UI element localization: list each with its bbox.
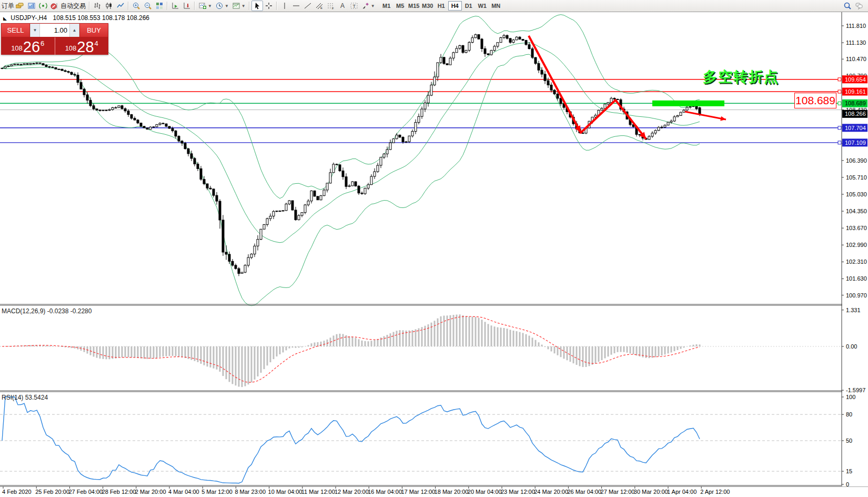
text-icon[interactable]: A: [337, 1, 348, 11]
svg-text:T: T: [352, 4, 356, 9]
timeframe-h4-button[interactable]: H4: [448, 1, 462, 11]
buy-price-big: 28: [77, 40, 94, 54]
templates-icon[interactable]: ▼: [230, 1, 247, 11]
search-icon[interactable]: [842, 1, 853, 11]
volume-input[interactable]: [40, 24, 69, 37]
zoom-out-icon[interactable]: [142, 1, 154, 11]
sell-button[interactable]: SELL: [1, 23, 30, 37]
trendline-icon[interactable]: [302, 1, 314, 11]
toolbar-separator: [194, 2, 195, 10]
timeframe-mn-button[interactable]: MN: [489, 1, 503, 11]
toolbar-tools: 自动交易▼▼▼EFAT▼: [14, 1, 377, 11]
svg-text:108.689: 108.689: [845, 100, 866, 106]
volume-increase-button[interactable]: ▲: [69, 24, 79, 37]
svg-text:2 Mar 20:00: 2 Mar 20:00: [135, 489, 166, 495]
text-label-icon[interactable]: T: [348, 1, 360, 11]
timeframe-h1-button[interactable]: H1: [435, 1, 448, 11]
toolbar-separator: [89, 2, 90, 10]
chat-icon[interactable]: [853, 1, 865, 11]
chart-shift-icon[interactable]: [181, 1, 193, 11]
svg-text:111.810: 111.810: [846, 23, 866, 29]
svg-text:4 Mar 04:00: 4 Mar 04:00: [168, 489, 199, 495]
sell-price-sup: 6: [41, 39, 44, 47]
cursor-icon[interactable]: [251, 1, 263, 11]
crosshair-icon[interactable]: [263, 1, 275, 11]
svg-text:101.630: 101.630: [846, 275, 867, 282]
fibonacci-icon[interactable]: F: [325, 1, 337, 11]
svg-text:8 Mar 23:00: 8 Mar 23:00: [235, 489, 266, 495]
timeframe-m1-button[interactable]: M1: [380, 1, 393, 11]
svg-text:27 Feb 04:00: 27 Feb 04:00: [68, 489, 103, 495]
new-order-icon[interactable]: [14, 1, 26, 11]
svg-text:108.266: 108.266: [845, 111, 866, 117]
symbol-name: USDJPY-,H4: [11, 14, 47, 22]
timeframe-m5-button[interactable]: M5: [393, 1, 407, 11]
svg-text:-1.5997: -1.5997: [846, 387, 865, 393]
svg-text:1 Apr 04:00: 1 Apr 04:00: [667, 489, 697, 495]
vertical-line-icon[interactable]: [279, 1, 290, 11]
sell-price[interactable]: 108 26 6: [1, 37, 55, 55]
volume-decrease-button[interactable]: ▼: [30, 24, 40, 37]
rsi-label: RSI(14) 53.5424: [2, 394, 48, 401]
trade-panel-prices: 108 26 6 108 28 4: [1, 37, 108, 55]
toolbar: 订单 自动交易▼▼▼EFAT▼ M1M5M15M30H1H4D1W1MN: [0, 0, 868, 12]
signals-icon[interactable]: [37, 1, 49, 11]
indicators-icon[interactable]: ▼: [197, 1, 214, 11]
sell-price-prefix: 108: [11, 44, 23, 52]
tile-windows-icon[interactable]: [154, 1, 165, 11]
toolbar-separator: [249, 2, 250, 10]
svg-text:18 Mar 20:00: 18 Mar 20:00: [435, 489, 469, 495]
svg-text:107.109: 107.109: [845, 140, 866, 146]
svg-text:111.130: 111.130: [846, 39, 866, 46]
bars-chart-icon[interactable]: [92, 1, 103, 11]
svg-text:80: 80: [846, 411, 852, 418]
buy-price[interactable]: 108 28 4: [55, 37, 109, 55]
collapse-arrow-icon[interactable]: ◣: [3, 16, 7, 21]
svg-text:26 Mar 04:00: 26 Mar 04:00: [567, 489, 601, 495]
svg-text:12 Mar 20:00: 12 Mar 20:00: [335, 489, 369, 495]
volume-stepper: ▼ ▲: [30, 23, 79, 37]
trade-panel-top-row: SELL ▼ ▲ BUY: [1, 23, 108, 37]
new-order-label[interactable]: 订单: [2, 2, 14, 11]
candles-chart-icon[interactable]: [103, 1, 115, 11]
svg-text:109.161: 109.161: [845, 88, 866, 95]
equidistant-channel-icon[interactable]: E: [314, 1, 325, 11]
zoom-in-icon[interactable]: [130, 1, 142, 11]
one-click-trade-panel: SELL ▼ ▲ BUY 108 26 6 108 28 4: [1, 23, 108, 55]
toolbar-right: [842, 1, 865, 11]
svg-text:107.704: 107.704: [845, 125, 866, 131]
line-chart-icon[interactable]: [115, 1, 126, 11]
price-callout-box[interactable]: 108.689: [794, 93, 836, 108]
buy-button[interactable]: BUY: [79, 23, 108, 37]
arrows-icon[interactable]: ▼: [360, 1, 377, 11]
svg-text:5 Mar 12:00: 5 Mar 12:00: [201, 489, 233, 495]
symbol-ohlc-values: 108.515 108.553 108.178 108.266: [53, 14, 150, 22]
horizontal-line-icon[interactable]: [290, 1, 302, 11]
timeframe-m30-button[interactable]: M30: [421, 1, 435, 11]
auto-scroll-icon[interactable]: [169, 1, 181, 11]
svg-text:30 Mar 20:00: 30 Mar 20:00: [634, 489, 668, 495]
timeframe-d1-button[interactable]: D1: [462, 1, 476, 11]
svg-text:27 Mar 12:00: 27 Mar 12:00: [601, 489, 635, 495]
timeframe-m15-button[interactable]: M15: [407, 1, 421, 11]
svg-text:50: 50: [846, 438, 852, 444]
mt4-window: 111.810111.130110.470109.790109.110108.4…: [0, 0, 868, 497]
svg-text:16 Mar 04:00: 16 Mar 04:00: [368, 489, 402, 495]
periods-icon[interactable]: ▼: [214, 1, 230, 11]
svg-text:A: A: [340, 2, 345, 9]
svg-text:109.654: 109.654: [845, 76, 866, 83]
market-watch-icon[interactable]: [26, 1, 37, 11]
timeframe-buttons: M1M5M15M30H1H4D1W1MN: [380, 1, 503, 11]
svg-text:1.331: 1.331: [846, 307, 861, 313]
svg-text:100.970: 100.970: [846, 292, 867, 299]
svg-text:102.990: 102.990: [846, 242, 867, 248]
svg-text:105.030: 105.030: [846, 191, 867, 197]
svg-text:0.00: 0.00: [846, 343, 857, 350]
turning-point-annotation[interactable]: 多空转折点: [703, 67, 779, 86]
buy-price-prefix: 108: [65, 44, 77, 52]
toolbar-separator: [128, 2, 129, 10]
svg-text:0: 0: [846, 481, 849, 488]
autotrade-button[interactable]: 自动交易: [49, 1, 87, 11]
timeframe-w1-button[interactable]: W1: [476, 1, 489, 11]
svg-text:17 Mar 12:00: 17 Mar 12:00: [401, 489, 435, 495]
